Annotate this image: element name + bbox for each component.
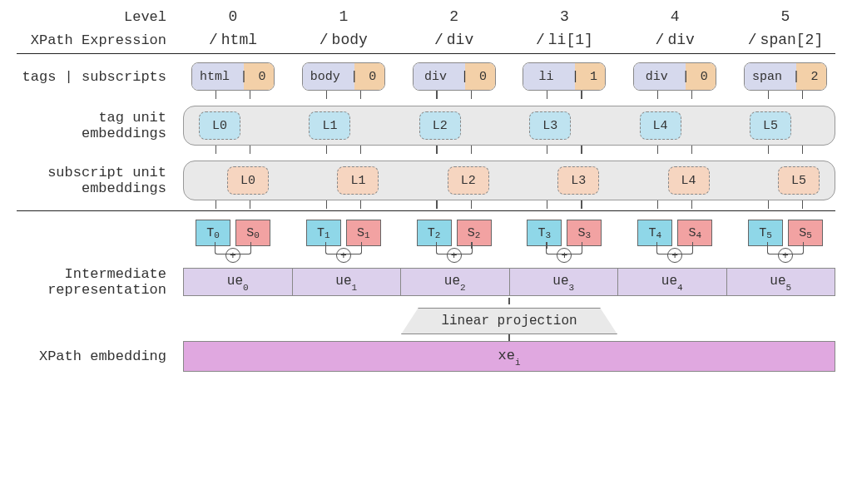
- xpath-token-2: /div: [404, 32, 504, 48]
- S3-box: S3: [567, 220, 602, 246]
- label-intermediate-representation: Intermediate representation: [17, 266, 183, 298]
- tags-subscripts-row: tags | subscripts html|0 body|0 div|0 li…: [17, 62, 835, 91]
- plus-op-2: +: [404, 246, 504, 264]
- level-row: Level 0 1 2 3 4 5: [17, 8, 835, 25]
- tag-sub-box-1: body|0: [302, 62, 385, 91]
- T5-box: T5: [748, 220, 783, 246]
- T3-box: T3: [527, 220, 562, 246]
- sub-embed-L4: L4: [668, 166, 710, 195]
- plus-row: + + + + + +: [17, 246, 835, 264]
- tag-unit-embeddings-row: tag unit embeddings L0 L1 L2 L3 L4 L5: [17, 106, 835, 146]
- tag-sub-box-2: div|0: [413, 62, 496, 91]
- xe-bar: xei: [183, 341, 835, 372]
- tag-embed-L5: L5: [750, 111, 791, 140]
- level-5: 5: [736, 8, 835, 25]
- tag-embed-L0: L0: [199, 111, 240, 140]
- ts-row: T0 S0 T1 S1 T2 S2 T3 S3 T4 S4 T5 S5: [17, 220, 835, 246]
- sub-embed-L2: L2: [448, 166, 489, 195]
- S2-box: S2: [457, 220, 492, 246]
- xpath-embedding-row: XPath embedding xei: [17, 341, 835, 372]
- ue0-cell: ue0: [184, 269, 293, 295]
- sub-embed-L1: L1: [337, 166, 379, 195]
- tag-sub-box-4: div|0: [633, 62, 716, 91]
- connector-1: [17, 91, 835, 99]
- T0-box: T0: [196, 220, 230, 246]
- ue5-cell: ue5: [727, 269, 835, 295]
- separator-1: [17, 53, 835, 54]
- sub-embed-L3: L3: [557, 166, 599, 195]
- T2-box: T2: [417, 220, 452, 246]
- ts-pair-1: T1 S1: [294, 220, 394, 246]
- tag-embed-L2: L2: [419, 111, 461, 140]
- tag-sub-box-3: li|1: [523, 62, 606, 91]
- xpath-token-5: /span[2]: [736, 32, 835, 48]
- tag-embed-L3: L3: [529, 111, 571, 140]
- label-tags-subscripts: tags | subscripts: [17, 69, 183, 85]
- connector-3: [17, 200, 835, 209]
- level-4: 4: [625, 8, 725, 25]
- tag-unit-embeddings-container: L0 L1 L2 L3 L4 L5: [183, 106, 835, 146]
- S1-box: S1: [346, 220, 381, 246]
- connector-2: [17, 146, 835, 154]
- xpath-token-0: /html: [183, 32, 283, 48]
- plus-op-5: +: [736, 246, 835, 264]
- sub-embed-L0: L0: [227, 166, 269, 195]
- linear-projection-row: linear projection: [17, 308, 835, 334]
- label-subscript-unit-embeddings: subscript unit embeddings: [17, 165, 183, 196]
- S5-box: S5: [788, 220, 823, 246]
- ue2-cell: ue2: [401, 269, 510, 295]
- level-3: 3: [514, 8, 614, 25]
- subscript-unit-embeddings-container: L0 L1 L2 L3 L4 L5: [183, 161, 835, 200]
- T1-box: T1: [306, 220, 341, 246]
- ts-pair-4: T4 S4: [625, 220, 725, 246]
- level-1: 1: [294, 8, 394, 25]
- xpath-token-4: /div: [625, 32, 725, 48]
- ue1-cell: ue1: [293, 269, 402, 295]
- label-xpath-embedding: XPath embedding: [17, 348, 183, 364]
- label-level: Level: [17, 9, 183, 25]
- connector-proj-bottom: [17, 334, 835, 341]
- plus-op-1: +: [294, 246, 394, 264]
- tag-sub-box-0: html|0: [191, 62, 275, 91]
- tag-embed-L1: L1: [309, 111, 350, 140]
- plus-op-4: +: [625, 246, 725, 264]
- ue-bar: ue0 ue1 ue2 ue3 ue4 ue5: [183, 268, 835, 296]
- connector-proj-top: [17, 298, 835, 304]
- ts-pair-5: T5 S5: [736, 220, 835, 246]
- intermediate-representation-row: Intermediate representation ue0 ue1 ue2 …: [17, 266, 835, 298]
- ts-pair-3: T3 S3: [514, 220, 614, 246]
- T4-box: T4: [637, 220, 672, 246]
- ue3-cell: ue3: [510, 269, 619, 295]
- S4-box: S4: [677, 220, 712, 246]
- label-xpath-expression: XPath Expression: [17, 32, 183, 48]
- tag-embed-L4: L4: [640, 111, 681, 140]
- label-tag-unit-embeddings: tag unit embeddings: [17, 110, 183, 141]
- level-2: 2: [404, 8, 504, 25]
- plus-op-0: +: [183, 246, 283, 264]
- xpath-row: XPath Expression /html /body /div /li[1]…: [17, 32, 835, 48]
- S0-box: S0: [235, 220, 270, 246]
- xpath-token-3: /li[1]: [514, 32, 614, 48]
- level-0: 0: [183, 8, 283, 25]
- subscript-unit-embeddings-row: subscript unit embeddings L0 L1 L2 L3 L4…: [17, 161, 835, 200]
- tag-sub-box-5: span|2: [744, 62, 827, 91]
- xpath-token-1: /body: [294, 32, 394, 48]
- separator-2: [17, 210, 835, 211]
- sub-embed-L5: L5: [778, 166, 820, 195]
- linear-projection-box: linear projection: [401, 308, 617, 334]
- ts-pair-2: T2 S2: [404, 220, 504, 246]
- plus-op-3: +: [514, 246, 614, 264]
- ue4-cell: ue4: [618, 269, 727, 295]
- ts-pair-0: T0 S0: [183, 220, 283, 246]
